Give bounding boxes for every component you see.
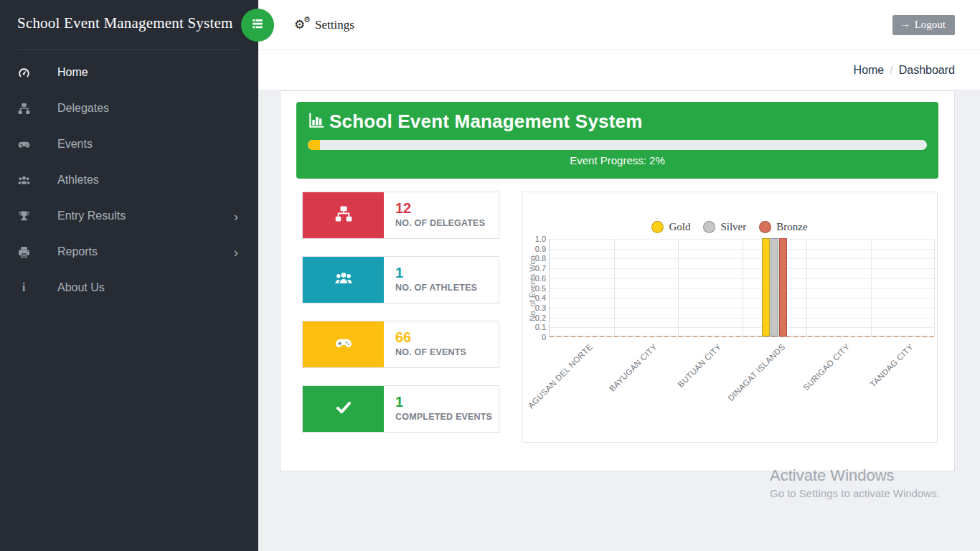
stat-icon-block xyxy=(303,321,384,367)
y-axis-tick: 0.3 xyxy=(524,303,546,312)
vertical-gridline xyxy=(871,239,872,336)
chart-plot-area xyxy=(549,239,934,337)
y-axis-tick: 0.2 xyxy=(524,314,546,322)
x-axis-label: SURIGAO CITY xyxy=(801,342,851,392)
y-axis-tick: 0.1 xyxy=(524,323,546,331)
sidebar-item-label: Reports xyxy=(57,245,98,258)
printer-icon xyxy=(17,245,30,258)
chevron-right-icon: › xyxy=(234,209,238,223)
stat-icon-block xyxy=(303,257,384,303)
chart-legend: GoldSilverBronze xyxy=(522,221,937,233)
stat-label: NO. OF ATHLETES xyxy=(395,283,477,293)
x-axis-label: BUTUAN CITY xyxy=(676,342,722,389)
stat-card-athletes: 1 NO. OF ATHLETES xyxy=(302,256,499,303)
settings-button[interactable]: ⚙ ⚙ Settings xyxy=(294,17,354,33)
sitemap-icon xyxy=(335,205,352,225)
x-axis-label: TANDAG CITY xyxy=(869,342,915,389)
stat-label: COMPLETED EVENTS xyxy=(395,412,492,422)
sidebar-toggle-button[interactable] xyxy=(241,9,274,42)
sidebar-item-label: Events xyxy=(57,138,93,151)
main-content: School Event Management System Event Pro… xyxy=(258,90,980,551)
medal-chart: GoldSilverBronze No. of Events Won 00.10… xyxy=(522,192,938,443)
stats-column: 12 NO. OF DELEGATES 1 NO. OF ATHLETES xyxy=(302,192,499,450)
gears-icon: ⚙ ⚙ xyxy=(294,17,313,33)
stat-value: 66 xyxy=(395,329,466,346)
x-axis-label: BAYUGAN CITY xyxy=(608,342,659,393)
y-axis-tick: 0.4 xyxy=(524,293,546,302)
legend-label: Bronze xyxy=(776,221,807,233)
info-icon: i xyxy=(17,281,30,294)
stat-card-events: 66 NO. OF EVENTS xyxy=(302,321,499,368)
vertical-gridline xyxy=(806,239,807,336)
y-axis-tick: 0.6 xyxy=(524,274,546,283)
app-title: School Event Management System xyxy=(17,14,241,32)
sidebar-divider xyxy=(17,50,241,50)
gold-bar xyxy=(762,238,770,336)
stat-value: 1 xyxy=(395,393,492,410)
stat-value: 12 xyxy=(395,199,485,217)
zero-value-dashes xyxy=(550,336,934,337)
settings-label: Settings xyxy=(315,18,354,32)
dashboard-header-panel: School Event Management System Event Pro… xyxy=(296,102,938,179)
silver-legend-marker xyxy=(703,221,715,233)
bar-chart-icon xyxy=(308,112,325,132)
silver-bar xyxy=(771,238,778,336)
sidebar-item-about-us[interactable]: i About Us xyxy=(0,270,258,306)
stat-card-delegates: 12 NO. OF DELEGATES xyxy=(302,192,499,239)
sidebar: School Event Management System Home Dele… xyxy=(0,0,258,551)
users-icon xyxy=(335,270,352,290)
logout-button[interactable]: → Logout xyxy=(892,15,955,35)
legend-item[interactable]: Gold xyxy=(651,221,690,233)
sidebar-item-home[interactable]: Home xyxy=(0,55,258,90)
chevron-right-icon: › xyxy=(234,245,238,259)
sidebar-item-label: Entry Results xyxy=(57,209,126,222)
sidebar-menu: Home Delegates Events Athletes Entry Res xyxy=(0,50,258,306)
legend-item[interactable]: Silver xyxy=(703,221,746,233)
sidebar-item-delegates[interactable]: Delegates xyxy=(0,90,258,126)
y-axis-tick: 0.7 xyxy=(524,264,546,273)
dashboard-card: School Event Management System Event Pro… xyxy=(280,90,955,471)
sidebar-item-label: Home xyxy=(57,66,88,79)
stat-icon-block xyxy=(303,386,384,432)
trophy-icon xyxy=(17,209,30,222)
legend-label: Gold xyxy=(669,221,690,233)
vertical-gridline xyxy=(614,239,615,336)
sidebar-item-reports[interactable]: Reports › xyxy=(0,234,258,270)
y-axis-tick: 0 xyxy=(524,333,546,342)
vertical-gridline xyxy=(743,239,743,336)
y-axis-tick: 0.8 xyxy=(524,254,546,263)
panel-title: School Event Management System xyxy=(329,110,643,133)
legend-item[interactable]: Bronze xyxy=(759,221,807,233)
stat-value: 1 xyxy=(395,264,477,281)
sidebar-item-label: Athletes xyxy=(57,174,99,187)
vertical-gridline xyxy=(678,239,679,336)
sitemap-icon xyxy=(17,102,30,115)
event-progress-fill xyxy=(308,140,320,150)
sign-out-arrow-icon: → xyxy=(900,19,910,30)
users-icon xyxy=(17,174,30,187)
gamepad-icon xyxy=(335,334,352,354)
stat-icon-block xyxy=(303,192,384,238)
x-axis-label: DINAGAT ISLANDS xyxy=(727,342,787,402)
y-axis-tick: 1.0 xyxy=(524,235,546,243)
bronze-bar xyxy=(779,238,787,336)
tachometer-icon xyxy=(17,66,30,79)
sidebar-header: School Event Management System xyxy=(0,0,258,50)
sidebar-item-athletes[interactable]: Athletes xyxy=(0,162,258,198)
bronze-legend-marker xyxy=(759,221,771,233)
breadcrumb-home-link[interactable]: Home xyxy=(854,64,885,77)
gamepad-icon xyxy=(17,138,30,151)
stat-label: NO. OF DELEGATES xyxy=(395,218,485,228)
vertical-gridline xyxy=(934,239,935,336)
sidebar-item-label: About Us xyxy=(57,281,105,294)
event-progress-bar xyxy=(308,140,927,150)
sidebar-item-entry-results[interactable]: Entry Results › xyxy=(0,198,258,234)
y-axis-tick: 0.9 xyxy=(524,245,546,253)
breadcrumb-current: Dashboard xyxy=(899,64,955,77)
list-icon xyxy=(250,17,265,34)
gold-legend-marker xyxy=(651,221,664,233)
event-progress-label: Event Progress: 2% xyxy=(308,154,927,166)
stat-card-completed: 1 COMPLETED EVENTS xyxy=(302,385,499,433)
sidebar-item-events[interactable]: Events xyxy=(0,126,258,162)
topbar: ⚙ ⚙ Settings → Logout xyxy=(258,0,980,50)
